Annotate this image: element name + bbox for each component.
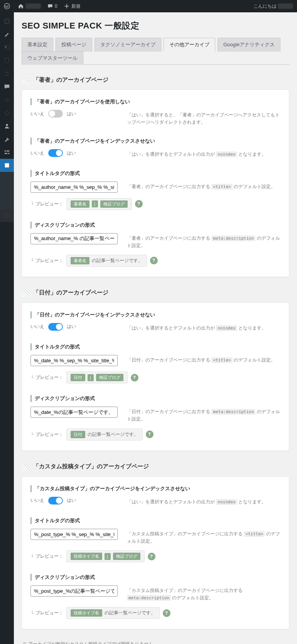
section-cpt-heading: 「カスタム投稿タイプ」のアーカイブページ [22,462,289,471]
date-desc-preview: 日付 の記事一覧ページです。 [66,429,143,441]
menu-settings[interactable] [0,146,14,159]
date-noindex-title: 「日付」のアーカイブページをインデックスさせない [30,311,280,318]
author-noindex-desc: 「はい」を選択するとデフォルトの出力が noindex となります。 [127,149,280,158]
wp-logo[interactable] [4,3,12,9]
date-noindex-toggle[interactable] [48,323,63,331]
toggle-yes-label: はい [67,111,76,117]
svg-rect-4 [5,58,9,63]
section-author-heading: 「著者」のアーカイブページ [22,76,289,84]
tab-post[interactable]: 投稿ページ [56,38,92,52]
tab-other-archive[interactable]: その他アーカイブ [164,38,215,52]
cpt-desc-preview: 投稿タイプ名 の記事一覧ページです。 [66,607,160,619]
hatch-icon [22,462,30,471]
cpt-titletag-title: タイトルタグの形式 [30,517,280,524]
date-titletag-input[interactable] [30,355,118,366]
page-title: SEO SIMPLE PACK 一般設定 [22,20,289,32]
date-titletag-preview: 日付 | 検証ブログ [66,372,128,383]
cpt-titletag-preview: 投稿タイプ名 | 検証ブログ [66,550,145,562]
cpt-noindex-title: 「カスタム投稿タイプ」のアーカイブページをインデックスさせない [30,485,280,492]
cpt-desc-input[interactable] [30,585,118,597]
tab-webmaster[interactable]: ウェブマスターツール [22,51,83,65]
toggle-no-label: いいえ [30,111,44,117]
author-noindex-title: 「著者」のアーカイブページをインデックスさせない [30,138,280,145]
new-label: 新規 [71,3,81,10]
cpt-desc-title: ディスクリプションの形式 [30,574,280,581]
author-titletag-desc: 「著者」のアーカイブページに出力する <title> のデフォルト設定。 [127,182,280,190]
svg-rect-2 [5,46,10,49]
author-desc-input[interactable] [30,233,118,244]
author-titletag-title: タイトルタグの形式 [30,170,280,177]
help-icon[interactable]: ? [131,374,138,382]
menu-appearance[interactable] [0,93,14,106]
date-desc-input[interactable] [30,407,118,418]
menu-comments[interactable] [0,80,14,93]
author-desc-preview: 著者名 の記事一覧ページです。 [66,255,147,267]
preview-label: プレビュー： [30,201,63,207]
menu-posts[interactable] [0,28,14,41]
help-icon[interactable]: ? [135,200,143,208]
hatch-icon [22,76,30,84]
admin-sidebar [0,12,14,644]
svg-point-5 [6,124,8,126]
svg-point-3 [5,47,7,48]
hatch-icon [22,289,30,297]
svg-rect-6 [5,151,6,152]
admin-bar: 0 新規 こんにちは [0,0,297,12]
menu-pages[interactable] [0,54,14,67]
comments-icon[interactable]: 0 [47,3,57,9]
home-icon[interactable] [18,3,41,9]
svg-point-11 [5,213,10,218]
menu-seo-active[interactable] [0,159,14,172]
menu-users[interactable] [0,119,14,133]
svg-rect-9 [8,153,10,154]
footnote: ※ アーカイブが無効なカスタム投稿タイプでは関係ありません。 [22,641,289,644]
greeting: こんにちは [253,3,277,10]
menu-tools[interactable] [0,133,14,146]
date-titletag-title: タイトルタグの形式 [30,343,280,350]
comments-count: 0 [55,3,57,9]
svg-rect-8 [5,153,7,154]
tab-basic[interactable]: 基本設定 [22,38,53,52]
cpt-titletag-input[interactable] [30,529,118,540]
section-date-heading: 「日付」のアーカイブページ [22,289,289,297]
date-desc-title: ディスクリプションの形式 [30,395,280,402]
svg-rect-7 [7,151,9,152]
new-button[interactable]: 新規 [64,3,81,10]
author-titletag-input[interactable] [30,182,118,193]
author-disable-title: 「著者」のアーカイブページを使用しない [30,98,280,105]
help-icon[interactable]: ? [163,609,170,617]
svg-rect-10 [5,163,9,168]
author-desc-title: ディスクリプションの形式 [30,222,280,229]
nav-tabs: 基本設定 投稿ページ タクソノミーアーカイブ その他アーカイブ Googleアナ… [22,38,289,65]
menu-collapse[interactable] [0,209,14,222]
menu-media[interactable] [0,41,14,54]
help-icon[interactable]: ? [146,430,154,438]
author-disable-toggle[interactable] [48,110,63,118]
author-desc-desc: 「著者」のアーカイブページに出力する meta:description のデフォ… [127,233,280,249]
cpt-noindex-toggle[interactable] [48,497,63,504]
author-titletag-preview: 著者名 | 検証ブログ [66,198,132,210]
tab-analytics[interactable]: Googleアナリティクス [218,38,280,52]
tab-taxonomy[interactable]: タクソノミーアーカイブ [94,38,161,52]
help-icon[interactable]: ? [148,553,155,560]
menu-dashboard[interactable] [0,15,14,28]
author-noindex-toggle[interactable] [48,149,63,157]
menu-loop[interactable] [0,67,14,80]
menu-plugins[interactable] [0,106,14,119]
author-disable-desc: 「はい」を選択すると、「著者」のアーカイブページへアクセスしてもトップページへリ… [127,110,280,126]
help-icon[interactable]: ? [150,257,158,264]
